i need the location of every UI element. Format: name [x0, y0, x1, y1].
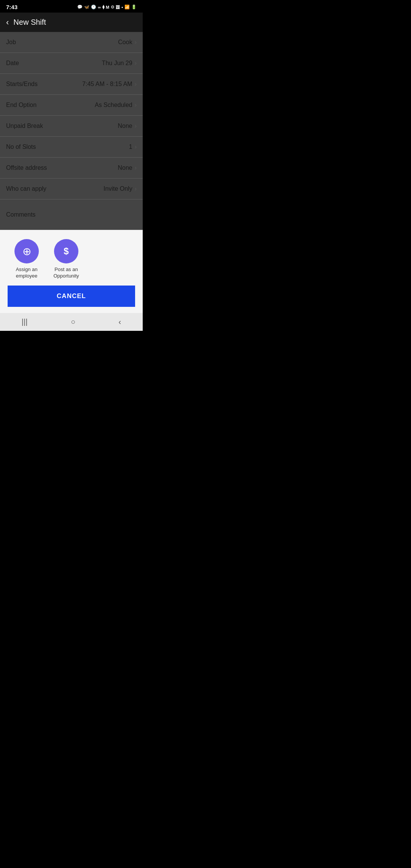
- unpaid-break-label: Unpaid Break: [6, 123, 43, 129]
- dollar-icon: $: [64, 246, 68, 257]
- assign-employee-action[interactable]: ⊕ Assign anemployee: [11, 239, 42, 279]
- comments-label: Comments: [6, 211, 35, 218]
- unpaid-break-value: None: [118, 123, 132, 129]
- unpaid-break-value-wrap: None ›: [118, 123, 137, 129]
- messenger-icon: 💬: [77, 5, 83, 10]
- who-can-apply-row[interactable]: Who can apply Invite Only ›: [0, 179, 143, 199]
- nav-bar: ‹ New Shift: [0, 13, 143, 32]
- no-of-slots-value: 1: [129, 144, 132, 150]
- starts-ends-label: Starts/Ends: [6, 81, 38, 88]
- offsite-address-label: Offsite address: [6, 164, 47, 171]
- who-can-apply-label: Who can apply: [6, 185, 46, 192]
- status-bar: 7:43 💬 🦋 🕐 ∞ ⧫ M ⊙ 🖼 • 📶 🔋: [0, 0, 143, 13]
- unpaid-break-chevron-icon: ›: [135, 123, 137, 129]
- date-value: Thu Jun 29: [102, 60, 132, 67]
- end-option-row[interactable]: End Option As Scheduled ›: [0, 95, 143, 116]
- cancel-button[interactable]: CANCEL: [8, 286, 135, 307]
- who-can-apply-value: Invite Only: [104, 185, 132, 192]
- notification-icon: 🦋: [84, 5, 89, 10]
- back-nav-icon[interactable]: ‹: [119, 318, 121, 326]
- job-label: Job: [6, 39, 16, 46]
- unpaid-break-row[interactable]: Unpaid Break None ›: [0, 116, 143, 137]
- recent-apps-icon[interactable]: |||: [22, 318, 28, 326]
- dropbox-icon: ⧫: [102, 5, 104, 10]
- assign-employee-label: Assign anemployee: [16, 266, 37, 279]
- date-value-wrap: Thu Jun 29 ›: [102, 60, 137, 67]
- no-of-slots-value-wrap: 1 ›: [129, 144, 137, 150]
- gmail-icon: M: [106, 5, 109, 10]
- status-time: 7:43: [6, 4, 18, 10]
- form-area: Job Cook › Date Thu Jun 29 › Starts/Ends…: [0, 32, 143, 230]
- voicemail-icon: ∞: [98, 5, 101, 10]
- page-title: New Shift: [13, 18, 46, 27]
- comments-row[interactable]: Comments: [0, 199, 143, 230]
- bottom-nav: ||| ○ ‹: [0, 313, 143, 331]
- bottom-area: ⊕ Assign anemployee $ Post as anOpportun…: [0, 230, 143, 313]
- photos-icon: 🖼: [116, 5, 120, 10]
- no-of-slots-label: No of Slots: [6, 144, 36, 150]
- date-chevron-icon: ›: [135, 60, 137, 67]
- job-row[interactable]: Job Cook ›: [0, 32, 143, 53]
- back-button[interactable]: ‹: [6, 18, 9, 27]
- post-opportunity-circle: $: [54, 239, 78, 263]
- offsite-address-chevron-icon: ›: [135, 164, 137, 171]
- starts-ends-chevron-icon: ›: [135, 81, 137, 88]
- offsite-address-value: None: [118, 164, 132, 171]
- who-can-apply-chevron-icon: ›: [135, 185, 137, 192]
- no-of-slots-row[interactable]: No of Slots 1 ›: [0, 137, 143, 158]
- battery-icon: 🔋: [131, 5, 137, 10]
- post-opportunity-action[interactable]: $ Post as anOpportunity: [51, 239, 81, 279]
- end-option-value: As Scheduled: [95, 102, 132, 108]
- starts-ends-row[interactable]: Starts/Ends 7:45 AM - 8:15 AM ›: [0, 74, 143, 95]
- action-buttons: ⊕ Assign anemployee $ Post as anOpportun…: [8, 239, 135, 279]
- job-value: Cook: [118, 39, 132, 46]
- offsite-address-value-wrap: None ›: [118, 164, 137, 171]
- end-option-chevron-icon: ›: [135, 102, 137, 108]
- wifi-icon: 📶: [124, 5, 130, 10]
- date-label: Date: [6, 60, 19, 67]
- plus-icon: ⊕: [22, 245, 31, 258]
- starts-ends-value-wrap: 7:45 AM - 8:15 AM ›: [82, 81, 137, 88]
- status-icons: 💬 🦋 🕐 ∞ ⧫ M ⊙ 🖼 • 📶 🔋: [77, 5, 137, 10]
- dot-icon: •: [121, 5, 123, 10]
- instagram-icon: ⊙: [111, 5, 114, 10]
- who-can-apply-value-wrap: Invite Only ›: [104, 185, 137, 192]
- job-value-wrap: Cook ›: [118, 39, 137, 46]
- assign-employee-circle: ⊕: [14, 239, 39, 263]
- home-icon[interactable]: ○: [71, 318, 75, 326]
- offsite-address-row[interactable]: Offsite address None ›: [0, 158, 143, 179]
- job-chevron-icon: ›: [135, 39, 137, 46]
- end-option-label: End Option: [6, 102, 37, 108]
- starts-ends-value: 7:45 AM - 8:15 AM: [82, 81, 132, 88]
- clock-icon: 🕐: [91, 5, 96, 10]
- end-option-value-wrap: As Scheduled ›: [95, 102, 137, 108]
- no-of-slots-chevron-icon: ›: [135, 144, 137, 150]
- post-opportunity-label: Post as anOpportunity: [53, 266, 79, 279]
- date-row[interactable]: Date Thu Jun 29 ›: [0, 53, 143, 74]
